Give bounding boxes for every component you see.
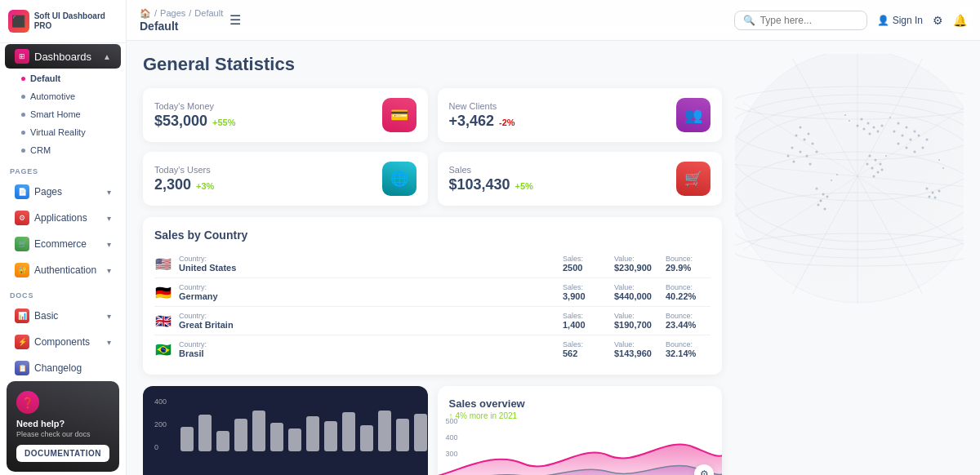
globe-area xyxy=(735,54,964,462)
components-icon: ⚡ xyxy=(15,335,29,349)
sub-item-label: Virtual Reality xyxy=(30,127,86,137)
sidebar-logo: ⬛ Soft UI Dashboard PRO xyxy=(0,0,126,43)
sales-by-country-title: Sales by Country xyxy=(154,229,710,242)
search-input[interactable] xyxy=(760,15,858,26)
sidebar-item-components[interactable]: ⚡ Components ▾ xyxy=(5,330,121,354)
svg-point-33 xyxy=(812,143,814,145)
svg-point-48 xyxy=(881,125,884,127)
basic-icon: 📊 xyxy=(15,309,29,323)
svg-point-32 xyxy=(808,133,810,135)
settings-icon[interactable]: ⚙ xyxy=(933,14,943,27)
svg-rect-8 xyxy=(324,421,337,451)
svg-rect-5 xyxy=(270,423,283,451)
breadcrumb-current-text: Default xyxy=(194,8,223,18)
sidebar-item-default[interactable]: Default xyxy=(5,70,121,87)
sidebar-item-changelog[interactable]: 📋 Changelog xyxy=(5,356,121,380)
svg-point-58 xyxy=(898,143,900,145)
signin-label: Sign In xyxy=(893,15,923,26)
stat-icon-money: 💳 xyxy=(382,98,416,132)
svg-point-31 xyxy=(804,139,806,141)
active-dot xyxy=(21,77,25,81)
svg-rect-11 xyxy=(378,411,391,451)
svg-point-68 xyxy=(881,169,884,171)
svg-point-54 xyxy=(910,139,912,141)
svg-point-28 xyxy=(735,54,964,303)
svg-point-36 xyxy=(806,155,808,158)
svg-point-49 xyxy=(898,122,900,125)
sidebar-item-automotive[interactable]: Automotive xyxy=(5,88,121,104)
signin-link[interactable]: 👤 Sign In xyxy=(877,15,923,26)
topbar: 🏠 / Pages / Default Default ☰ 🔍 👤 Sign I… xyxy=(127,0,980,41)
active-users-chart: 400 200 0 xyxy=(143,386,428,475)
svg-point-43 xyxy=(873,127,875,129)
pages-icon: 📄 xyxy=(15,184,29,199)
sidebar-item-applications[interactable]: ⚙ Applications ▾ xyxy=(5,206,121,230)
sub-item-label: Automotive xyxy=(30,91,75,101)
svg-point-67 xyxy=(866,163,869,166)
svg-rect-2 xyxy=(216,431,229,451)
chevron-icon: ▾ xyxy=(107,214,111,223)
svg-point-59 xyxy=(906,147,908,149)
app-name: Soft UI Dashboard PRO xyxy=(34,11,118,31)
sub-item-label: CRM xyxy=(30,145,51,155)
svg-rect-0 xyxy=(180,427,194,451)
svg-point-57 xyxy=(922,147,924,149)
sidebar: ⬛ Soft UI Dashboard PRO ⊞ Dashboards ▲ D… xyxy=(0,0,127,475)
pages-label: Pages xyxy=(34,186,62,198)
flag-br: 🇧🇷 xyxy=(154,342,172,357)
sidebar-item-smart-home[interactable]: Smart Home xyxy=(5,106,121,122)
stat-icon-sales: 🛒 xyxy=(676,162,710,196)
flag-us: 🇺🇸 xyxy=(154,256,172,272)
svg-point-78 xyxy=(929,196,931,198)
sidebar-item-virtual-reality[interactable]: Virtual Reality xyxy=(5,124,121,140)
bar-chart-svg xyxy=(177,386,428,451)
svg-point-40 xyxy=(809,163,812,166)
basic-label: Basic xyxy=(34,310,58,322)
stat-icon-users: 🌐 xyxy=(382,162,416,196)
svg-point-30 xyxy=(795,135,798,137)
sidebar-item-crm[interactable]: CRM xyxy=(5,142,121,158)
dashboards-icon: ⊞ xyxy=(15,49,29,64)
svg-point-45 xyxy=(869,133,871,135)
sidebar-item-pages[interactable]: 📄 Pages ▾ xyxy=(5,180,121,204)
changelog-label: Changelog xyxy=(34,362,82,374)
svg-point-72 xyxy=(826,196,829,198)
stat-value: $53,000 xyxy=(154,113,207,130)
search-box[interactable]: 🔍 xyxy=(734,11,867,30)
svg-point-39 xyxy=(793,161,795,163)
svg-point-85 xyxy=(831,180,832,181)
breadcrumb-pages[interactable]: Pages xyxy=(160,8,185,18)
menu-toggle-button[interactable]: ☰ xyxy=(229,12,241,28)
svg-point-80 xyxy=(844,114,846,116)
country-sub-label: Country: xyxy=(179,255,556,263)
dot-icon xyxy=(21,131,25,135)
svg-point-46 xyxy=(877,131,880,133)
stat-label: Today's Users xyxy=(154,165,214,175)
svg-point-66 xyxy=(873,175,875,178)
svg-point-51 xyxy=(914,131,916,133)
svg-point-44 xyxy=(863,128,866,131)
svg-point-64 xyxy=(871,167,874,170)
svg-point-83 xyxy=(885,155,887,157)
sidebar-item-dashboards[interactable]: ⊞ Dashboards ▲ xyxy=(5,44,121,69)
svg-point-74 xyxy=(817,204,820,206)
svg-point-63 xyxy=(880,163,882,166)
svg-point-60 xyxy=(914,151,916,153)
pages-section-label: PAGES xyxy=(0,159,126,179)
help-icon: ❓ xyxy=(16,391,39,414)
stat-value: 2,300 xyxy=(154,176,191,193)
sidebar-item-authentication[interactable]: 🔐 Authentication ▾ xyxy=(5,258,121,282)
notifications-icon[interactable]: 🔔 xyxy=(953,14,967,27)
sub-item-label: Smart Home xyxy=(30,109,81,119)
sidebar-item-ecommerce[interactable]: 🛒 Ecommerce ▾ xyxy=(5,232,121,256)
svg-rect-7 xyxy=(306,416,319,451)
help-subtitle: Please check our docs xyxy=(16,430,109,438)
stat-change: -2% xyxy=(499,118,515,127)
stat-card-todays-money: Today's Money $53,000 +55% 💳 xyxy=(143,88,428,142)
sales-overview-svg xyxy=(438,427,723,475)
svg-point-87 xyxy=(942,167,944,169)
sales-overview-chart: Sales overview ↑ 4% more in 2021 500 400… xyxy=(438,386,723,475)
chevron-icon: ▾ xyxy=(107,188,111,197)
sidebar-item-basic[interactable]: 📊 Basic ▾ xyxy=(5,304,121,328)
documentation-button[interactable]: DOCUMENTATION xyxy=(16,445,109,462)
